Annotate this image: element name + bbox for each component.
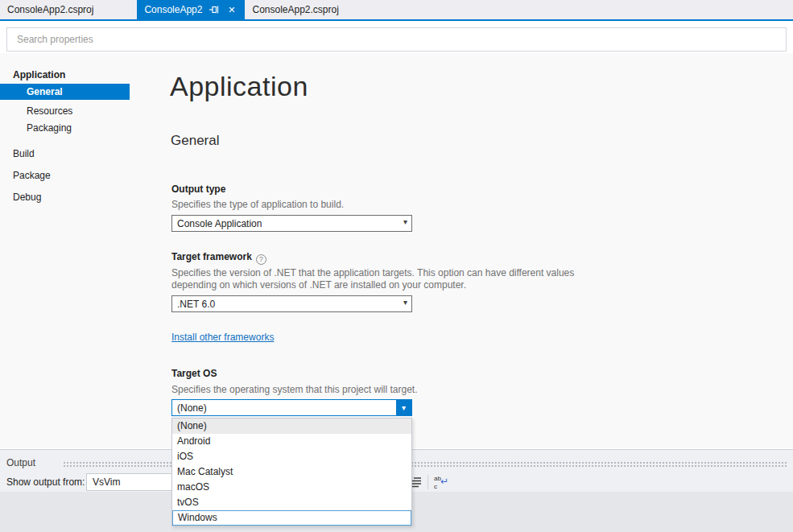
sidebar-item-debug[interactable]: Debug [0,189,130,205]
sidebar-item-package[interactable]: Package [0,167,130,184]
tab-consoleapp2-csproj-left[interactable]: ConsoleApp2.csproj [0,0,101,19]
output-type-description: Specifies the type of application to bui… [171,199,344,211]
page-title: Application [170,71,308,102]
option-tvos[interactable]: tvOS [172,495,411,510]
combobox-value: Console Application [177,218,262,229]
option-mac-catalyst[interactable]: Mac Catalyst [172,464,411,480]
target-framework-combobox[interactable]: .NET 6.0 ▾ [171,295,412,312]
output-type-combobox[interactable]: Console Application ▾ [171,215,412,232]
target-os-description: Specifies the operating system that this… [171,384,417,396]
chevron-down-icon: ▾ [402,403,406,412]
toolbar-separator [427,475,428,489]
tab-gap [101,0,137,19]
option-windows[interactable]: Windows [172,510,411,526]
close-icon[interactable]: ✕ [225,4,237,16]
output-panel-title: Output [6,457,35,468]
sidebar-section-application: Application [13,67,65,83]
tab-label: ConsoleApp2 [144,4,202,15]
section-heading-general: General [171,133,219,149]
sidebar-item-build[interactable]: Build [0,146,130,162]
target-os-label: Target OS [171,368,217,379]
option-macos[interactable]: macOS [172,480,411,495]
chevron-down-icon: ▾ [403,217,407,226]
document-tab-bar: ConsoleApp2.csproj ConsoleApp2 ✕ Console… [0,0,793,21]
word-wrap-icon[interactable]: ab c ↵ [432,474,450,490]
tab-label: ConsoleApp2.csproj [252,4,338,15]
search-properties-input[interactable] [6,27,787,52]
tab-label: ConsoleApp2.csproj [7,4,93,15]
target-os-dropdown-list: (None) Android iOS Mac Catalyst macOS tv… [171,418,412,526]
combobox-value: (None) [177,402,207,414]
help-icon[interactable]: ? [256,254,266,265]
sidebar-item-packaging[interactable]: Packaging [0,120,130,136]
chevron-down-icon: ▾ [403,298,407,307]
output-type-label: Output type [171,184,225,195]
tab-consoleapp2-active[interactable]: ConsoleApp2 ✕ [137,0,245,19]
install-other-frameworks-link[interactable]: Install other frameworks [171,332,274,343]
dropdown-button[interactable]: ▾ [396,400,411,415]
option-none[interactable]: (None) [172,419,411,434]
option-android[interactable]: Android [172,434,411,449]
target-framework-label: Target framework? [171,251,266,265]
sidebar-item-general[interactable]: General [0,84,130,100]
sidebar-item-resources[interactable]: Resources [0,103,130,119]
target-os-combobox[interactable]: (None) ▾ [171,399,412,416]
combobox-value: .NET 6.0 [177,299,215,310]
show-output-from-label: Show output from: [6,476,85,488]
pin-icon[interactable] [208,4,220,16]
tab-consoleapp2-csproj-right[interactable]: ConsoleApp2.csproj [245,0,345,19]
combobox-value: VsVim [93,476,120,488]
target-framework-description: Specifies the version of .NET that the a… [171,267,610,291]
option-ios[interactable]: iOS [172,449,411,464]
